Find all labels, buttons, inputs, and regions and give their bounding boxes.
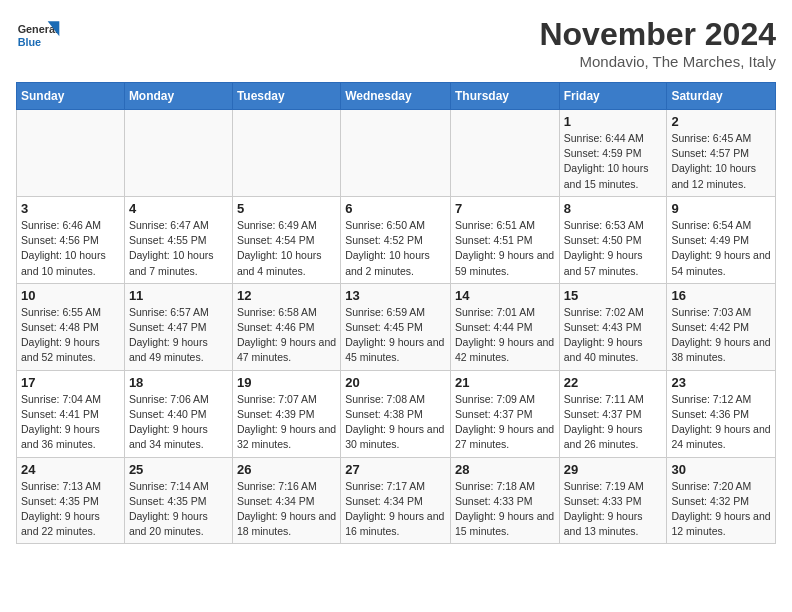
week-row-3: 10Sunrise: 6:55 AM Sunset: 4:48 PM Dayli… [17,283,776,370]
calendar-cell: 24Sunrise: 7:13 AM Sunset: 4:35 PM Dayli… [17,457,125,544]
calendar-cell: 26Sunrise: 7:16 AM Sunset: 4:34 PM Dayli… [232,457,340,544]
day-number: 22 [564,375,663,390]
weekday-header-row: SundayMondayTuesdayWednesdayThursdayFrid… [17,83,776,110]
day-number: 13 [345,288,446,303]
calendar-cell: 29Sunrise: 7:19 AM Sunset: 4:33 PM Dayli… [559,457,667,544]
calendar-cell: 23Sunrise: 7:12 AM Sunset: 4:36 PM Dayli… [667,370,776,457]
day-info: Sunrise: 7:11 AM Sunset: 4:37 PM Dayligh… [564,392,663,453]
day-info: Sunrise: 7:12 AM Sunset: 4:36 PM Dayligh… [671,392,771,453]
month-title: November 2024 [539,16,776,53]
day-info: Sunrise: 6:46 AM Sunset: 4:56 PM Dayligh… [21,218,120,279]
day-info: Sunrise: 7:19 AM Sunset: 4:33 PM Dayligh… [564,479,663,540]
day-number: 3 [21,201,120,216]
weekday-header-wednesday: Wednesday [341,83,451,110]
weekday-header-saturday: Saturday [667,83,776,110]
day-info: Sunrise: 7:18 AM Sunset: 4:33 PM Dayligh… [455,479,555,540]
calendar-cell: 10Sunrise: 6:55 AM Sunset: 4:48 PM Dayli… [17,283,125,370]
day-info: Sunrise: 7:06 AM Sunset: 4:40 PM Dayligh… [129,392,228,453]
day-info: Sunrise: 7:08 AM Sunset: 4:38 PM Dayligh… [345,392,446,453]
day-number: 21 [455,375,555,390]
day-info: Sunrise: 6:50 AM Sunset: 4:52 PM Dayligh… [345,218,446,279]
calendar-cell: 28Sunrise: 7:18 AM Sunset: 4:33 PM Dayli… [450,457,559,544]
day-number: 25 [129,462,228,477]
calendar-cell: 8Sunrise: 6:53 AM Sunset: 4:50 PM Daylig… [559,196,667,283]
day-info: Sunrise: 7:07 AM Sunset: 4:39 PM Dayligh… [237,392,336,453]
calendar-cell: 17Sunrise: 7:04 AM Sunset: 4:41 PM Dayli… [17,370,125,457]
weekday-header-tuesday: Tuesday [232,83,340,110]
weekday-header-monday: Monday [124,83,232,110]
location-title: Mondavio, The Marches, Italy [539,53,776,70]
day-number: 1 [564,114,663,129]
calendar-table: SundayMondayTuesdayWednesdayThursdayFrid… [16,82,776,544]
calendar-cell: 15Sunrise: 7:02 AM Sunset: 4:43 PM Dayli… [559,283,667,370]
calendar-cell: 6Sunrise: 6:50 AM Sunset: 4:52 PM Daylig… [341,196,451,283]
day-info: Sunrise: 7:16 AM Sunset: 4:34 PM Dayligh… [237,479,336,540]
weekday-header-sunday: Sunday [17,83,125,110]
day-number: 2 [671,114,771,129]
day-number: 6 [345,201,446,216]
week-row-5: 24Sunrise: 7:13 AM Sunset: 4:35 PM Dayli… [17,457,776,544]
day-number: 24 [21,462,120,477]
day-number: 19 [237,375,336,390]
calendar-cell [450,110,559,197]
day-number: 16 [671,288,771,303]
calendar-cell [232,110,340,197]
day-number: 15 [564,288,663,303]
day-number: 12 [237,288,336,303]
calendar-cell: 21Sunrise: 7:09 AM Sunset: 4:37 PM Dayli… [450,370,559,457]
day-info: Sunrise: 7:04 AM Sunset: 4:41 PM Dayligh… [21,392,120,453]
day-number: 23 [671,375,771,390]
day-number: 7 [455,201,555,216]
day-info: Sunrise: 7:03 AM Sunset: 4:42 PM Dayligh… [671,305,771,366]
day-number: 5 [237,201,336,216]
day-number: 9 [671,201,771,216]
calendar-cell: 13Sunrise: 6:59 AM Sunset: 4:45 PM Dayli… [341,283,451,370]
day-info: Sunrise: 6:53 AM Sunset: 4:50 PM Dayligh… [564,218,663,279]
calendar-cell [341,110,451,197]
calendar-cell: 18Sunrise: 7:06 AM Sunset: 4:40 PM Dayli… [124,370,232,457]
week-row-1: 1Sunrise: 6:44 AM Sunset: 4:59 PM Daylig… [17,110,776,197]
day-info: Sunrise: 6:47 AM Sunset: 4:55 PM Dayligh… [129,218,228,279]
calendar-cell: 1Sunrise: 6:44 AM Sunset: 4:59 PM Daylig… [559,110,667,197]
day-number: 14 [455,288,555,303]
calendar-cell: 27Sunrise: 7:17 AM Sunset: 4:34 PM Dayli… [341,457,451,544]
calendar-cell [124,110,232,197]
day-info: Sunrise: 7:02 AM Sunset: 4:43 PM Dayligh… [564,305,663,366]
day-number: 26 [237,462,336,477]
calendar-cell: 14Sunrise: 7:01 AM Sunset: 4:44 PM Dayli… [450,283,559,370]
day-info: Sunrise: 6:57 AM Sunset: 4:47 PM Dayligh… [129,305,228,366]
calendar-cell: 25Sunrise: 7:14 AM Sunset: 4:35 PM Dayli… [124,457,232,544]
day-number: 18 [129,375,228,390]
calendar-cell: 7Sunrise: 6:51 AM Sunset: 4:51 PM Daylig… [450,196,559,283]
calendar-cell: 22Sunrise: 7:11 AM Sunset: 4:37 PM Dayli… [559,370,667,457]
day-info: Sunrise: 7:14 AM Sunset: 4:35 PM Dayligh… [129,479,228,540]
day-info: Sunrise: 6:49 AM Sunset: 4:54 PM Dayligh… [237,218,336,279]
logo: General Blue [16,16,66,60]
calendar-cell: 19Sunrise: 7:07 AM Sunset: 4:39 PM Dayli… [232,370,340,457]
week-row-2: 3Sunrise: 6:46 AM Sunset: 4:56 PM Daylig… [17,196,776,283]
day-number: 8 [564,201,663,216]
calendar-cell [17,110,125,197]
calendar-cell: 2Sunrise: 6:45 AM Sunset: 4:57 PM Daylig… [667,110,776,197]
day-info: Sunrise: 7:13 AM Sunset: 4:35 PM Dayligh… [21,479,120,540]
calendar-cell: 5Sunrise: 6:49 AM Sunset: 4:54 PM Daylig… [232,196,340,283]
day-number: 20 [345,375,446,390]
day-number: 10 [21,288,120,303]
day-number: 4 [129,201,228,216]
calendar-cell: 16Sunrise: 7:03 AM Sunset: 4:42 PM Dayli… [667,283,776,370]
calendar-cell: 30Sunrise: 7:20 AM Sunset: 4:32 PM Dayli… [667,457,776,544]
calendar-cell: 3Sunrise: 6:46 AM Sunset: 4:56 PM Daylig… [17,196,125,283]
day-number: 30 [671,462,771,477]
day-number: 17 [21,375,120,390]
logo-svg: General Blue [16,16,66,60]
day-info: Sunrise: 7:01 AM Sunset: 4:44 PM Dayligh… [455,305,555,366]
title-area: November 2024 Mondavio, The Marches, Ita… [539,16,776,70]
day-info: Sunrise: 6:44 AM Sunset: 4:59 PM Dayligh… [564,131,663,192]
calendar-cell: 11Sunrise: 6:57 AM Sunset: 4:47 PM Dayli… [124,283,232,370]
day-info: Sunrise: 6:51 AM Sunset: 4:51 PM Dayligh… [455,218,555,279]
day-info: Sunrise: 7:20 AM Sunset: 4:32 PM Dayligh… [671,479,771,540]
header: General Blue November 2024 Mondavio, The… [16,16,776,70]
day-info: Sunrise: 6:54 AM Sunset: 4:49 PM Dayligh… [671,218,771,279]
day-info: Sunrise: 7:17 AM Sunset: 4:34 PM Dayligh… [345,479,446,540]
day-info: Sunrise: 6:59 AM Sunset: 4:45 PM Dayligh… [345,305,446,366]
